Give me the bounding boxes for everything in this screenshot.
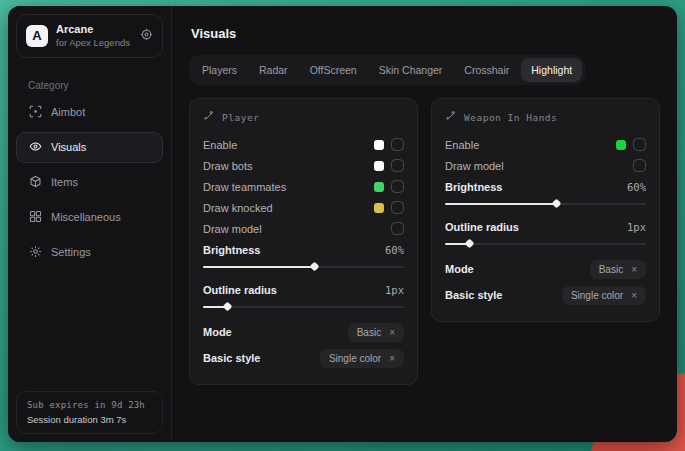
slider-thumb[interactable]: [309, 262, 319, 272]
slider-row-outline-radius: Outline radius 1px: [203, 279, 404, 300]
sidebar-item-settings[interactable]: Settings: [16, 237, 163, 268]
mode-select[interactable]: Basic ×: [590, 260, 646, 279]
weapon-in-hands-panel: Weapon In Hands Enable Draw model Bright…: [431, 98, 660, 322]
close-icon[interactable]: ×: [631, 290, 637, 301]
select-row-mode: Mode Basic ×: [445, 256, 646, 282]
selected-option: Basic: [357, 327, 381, 338]
brightness-slider[interactable]: [203, 261, 404, 273]
checkbox[interactable]: [633, 159, 646, 172]
toggle-row-draw-model: Draw model: [445, 155, 646, 176]
sidebar-item-visuals[interactable]: Visuals: [16, 132, 163, 163]
slider-label: Outline radius: [203, 284, 385, 296]
tab-bar: Players Radar OffScreen Skin Changer Cro…: [189, 55, 585, 85]
checkbox[interactable]: [391, 138, 404, 151]
checkbox[interactable]: [391, 201, 404, 214]
select-row-basic-style: Basic style Single color ×: [203, 345, 404, 371]
toggle-row-enable: Enable: [203, 134, 404, 155]
box-icon: [29, 175, 42, 190]
player-panel: Player Enable Draw bots Draw teammates: [189, 98, 418, 385]
toggle-label: Draw model: [203, 223, 391, 235]
tab-players[interactable]: Players: [192, 58, 247, 82]
tab-radar[interactable]: Radar: [249, 58, 298, 82]
panel-title: Weapon In Hands: [464, 112, 557, 123]
sidebar: A Arcane for Apex Legends Category: [8, 6, 172, 442]
color-swatch[interactable]: [374, 182, 384, 192]
slider-thumb[interactable]: [551, 199, 561, 209]
toggle-label: Draw model: [445, 160, 633, 172]
page-title: Visuals: [191, 26, 660, 41]
checkbox[interactable]: [633, 138, 646, 151]
sidebar-header: A Arcane for Apex Legends: [16, 14, 163, 58]
slider-row-brightness: Brightness 60%: [445, 176, 646, 197]
sidebar-nav: Aimbot Visuals Items: [8, 97, 171, 268]
slider-value: 60%: [627, 181, 646, 193]
grid-icon: [29, 210, 42, 225]
tab-highlight[interactable]: Highlight: [521, 58, 582, 82]
basic-style-select[interactable]: Single color ×: [320, 349, 404, 368]
basic-style-select[interactable]: Single color ×: [562, 286, 646, 305]
slider-thumb[interactable]: [223, 302, 233, 312]
select-label: Mode: [445, 263, 590, 275]
toggle-row-draw-knocked: Draw knocked: [203, 197, 404, 218]
app-subtitle: for Apex Legends: [56, 37, 132, 49]
subscription-status-card: Sub expires in 9d 23h Session duration 3…: [16, 391, 163, 434]
outline-radius-slider[interactable]: [203, 301, 404, 313]
wand-icon: [445, 110, 457, 124]
tab-crosshair[interactable]: Crosshair: [454, 58, 519, 82]
slider-thumb[interactable]: [465, 239, 475, 249]
slider-row-outline-radius: Outline radius 1px: [445, 216, 646, 237]
selected-option: Single color: [571, 290, 623, 301]
app-window: A Arcane for Apex Legends Category: [8, 6, 677, 442]
select-label: Basic style: [445, 289, 562, 301]
select-row-mode: Mode Basic ×: [203, 319, 404, 345]
checkbox[interactable]: [391, 222, 404, 235]
slider-row-brightness: Brightness 60%: [203, 239, 404, 260]
slider-value: 60%: [385, 244, 404, 256]
wand-icon: [203, 110, 215, 124]
slider-label: Outline radius: [445, 221, 627, 233]
slider-label: Brightness: [445, 181, 627, 193]
toggle-label: Enable: [445, 139, 616, 151]
selected-option: Single color: [329, 353, 381, 364]
color-swatch[interactable]: [374, 161, 384, 171]
sidebar-item-label: Settings: [51, 246, 91, 258]
sidebar-item-items[interactable]: Items: [16, 167, 163, 198]
close-icon[interactable]: ×: [389, 353, 395, 364]
mode-select[interactable]: Basic ×: [348, 323, 404, 342]
toggle-label: Enable: [203, 139, 374, 151]
toggle-label: Draw teammates: [203, 181, 374, 193]
main-content: Visuals Players Radar OffScreen Skin Cha…: [172, 6, 677, 442]
sidebar-item-miscellaneous[interactable]: Miscellaneous: [16, 202, 163, 233]
settings-gear-icon[interactable]: [140, 27, 153, 45]
sidebar-item-label: Visuals: [51, 141, 86, 153]
gear-icon: [29, 245, 42, 260]
sidebar-item-aimbot[interactable]: Aimbot: [16, 97, 163, 128]
color-swatch[interactable]: [616, 140, 626, 150]
close-icon[interactable]: ×: [631, 264, 637, 275]
close-icon[interactable]: ×: [389, 327, 395, 338]
category-label: Category: [28, 80, 171, 91]
toggle-label: Draw knocked: [203, 202, 374, 214]
color-swatch[interactable]: [374, 203, 384, 213]
toggle-row-draw-bots: Draw bots: [203, 155, 404, 176]
tab-skin-changer[interactable]: Skin Changer: [369, 58, 453, 82]
sub-expires-text: Sub expires in 9d 23h: [27, 400, 152, 410]
sidebar-item-label: Aimbot: [51, 106, 85, 118]
sidebar-item-label: Miscellaneous: [51, 211, 121, 223]
brightness-slider[interactable]: [445, 198, 646, 210]
tab-offscreen[interactable]: OffScreen: [300, 58, 367, 82]
app-logo: A: [26, 25, 48, 47]
checkbox[interactable]: [391, 180, 404, 193]
panel-title: Player: [222, 112, 259, 123]
slider-label: Brightness: [203, 244, 385, 256]
session-duration-text: Session duration 3m 7s: [27, 414, 152, 425]
outline-radius-slider[interactable]: [445, 238, 646, 250]
app-title: Arcane: [56, 23, 132, 37]
toggle-label: Draw bots: [203, 160, 374, 172]
crosshair-icon: [29, 105, 42, 120]
select-label: Basic style: [203, 352, 320, 364]
toggle-row-draw-teammates: Draw teammates: [203, 176, 404, 197]
checkbox[interactable]: [391, 159, 404, 172]
select-label: Mode: [203, 326, 348, 338]
color-swatch[interactable]: [374, 140, 384, 150]
